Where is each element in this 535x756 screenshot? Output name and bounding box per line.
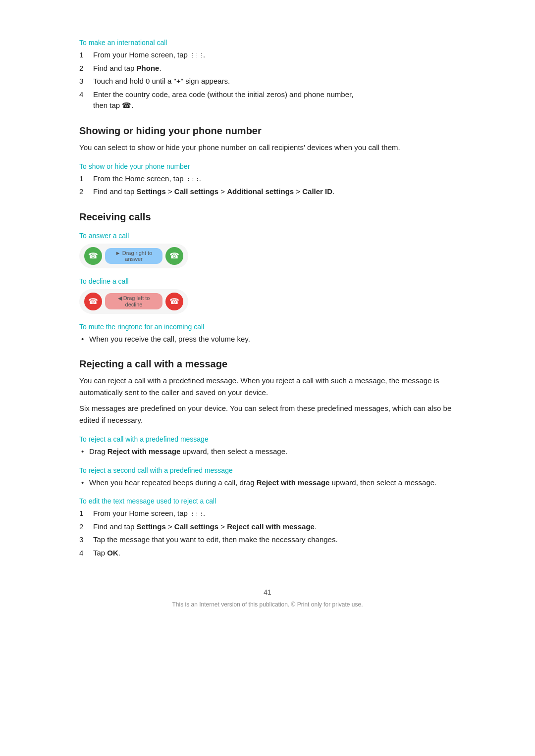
predefined-bullet-list: Drag Reject with message upward, then se… xyxy=(79,446,456,457)
international-call-steps: 1 From your Home screen, tap . 2 Find an… xyxy=(79,50,456,111)
phone-answer-icon: ☎ xyxy=(88,251,98,260)
edit-step-3: 3 Tap the message that you want to edit,… xyxy=(79,534,456,546)
second-reject-label: To reject a second call with a predefine… xyxy=(79,466,456,474)
decline-call-label: To decline a call xyxy=(79,277,456,285)
page-number: 41 xyxy=(79,588,456,596)
page-content: To make an international call 1 From you… xyxy=(0,0,535,756)
answer-btn: ☎ xyxy=(84,247,102,265)
show-hide-steps: 1 From the Home screen, tap . 2 Find and… xyxy=(79,173,456,198)
step-2: 2 Find and tap Phone. xyxy=(79,63,456,74)
show-hide-step-2: 2 Find and tap Settings > Call settings … xyxy=(79,186,456,198)
mute-bullet-item: When you receive the call, press the vol… xyxy=(79,334,456,345)
edit-message-label: To edit the text message used to reject … xyxy=(79,497,456,505)
phone-decline-icon: ☎ xyxy=(88,297,98,306)
drag-answer-label: ► Drag right to answer xyxy=(105,248,162,264)
rejecting-heading: Rejecting a call with a message xyxy=(79,358,456,370)
step-1: 1 From your Home screen, tap . xyxy=(79,50,456,61)
phone-answer-icon-2: ☎ xyxy=(169,251,179,260)
mute-bullet-list: When you receive the call, press the vol… xyxy=(79,334,456,345)
grid-icon xyxy=(190,50,203,59)
edit-message-steps: 1 From your Home screen, tap . 2 Find an… xyxy=(79,508,456,558)
decline-btn-right: ☎ xyxy=(165,293,183,310)
drag-decline-label: ◀ Drag left to decline xyxy=(105,293,162,309)
decline-call-illustration: ☎ ◀ Drag left to decline ☎ xyxy=(79,289,188,314)
predefined-bullet-item: Drag Reject with message upward, then se… xyxy=(79,446,456,457)
mute-ringtone-label: To mute the ringtone for an incoming cal… xyxy=(79,323,456,331)
footer-text: This is an Internet version of this publ… xyxy=(79,601,456,608)
showing-hiding-body: You can select to show or hide your phon… xyxy=(79,142,456,153)
show-hide-step-1: 1 From the Home screen, tap . xyxy=(79,173,456,185)
decline-btn-left: ☎ xyxy=(84,293,102,310)
answer-btn-right: ☎ xyxy=(165,247,183,265)
edit-step-2: 2 Find and tap Settings > Call settings … xyxy=(79,521,456,533)
predefined-label: To reject a call with a predefined messa… xyxy=(79,435,456,443)
answer-call-label: To answer a call xyxy=(79,232,456,240)
showing-hiding-heading: Showing or hiding your phone number xyxy=(79,125,456,137)
second-reject-bullet-item: When you hear repeated beeps during a ca… xyxy=(79,477,456,489)
step-4: 4 Enter the country code, area code (wit… xyxy=(79,89,456,111)
grid-icon-2 xyxy=(186,174,199,183)
phone-decline-icon-2: ☎ xyxy=(169,297,179,306)
answer-call-illustration: ☎ ► Drag right to answer ☎ xyxy=(79,244,188,268)
rejecting-body2: Six messages are predefined on your devi… xyxy=(79,403,456,426)
show-hide-label: To show or hide your phone number xyxy=(79,162,456,170)
receiving-calls-heading: Receiving calls xyxy=(79,211,456,223)
step-3: 3 Touch and hold 0 until a "+" sign appe… xyxy=(79,76,456,87)
grid-icon-3 xyxy=(190,509,203,517)
rejecting-body1: You can reject a call with a predefined … xyxy=(79,375,456,399)
international-call-label: To make an international call xyxy=(79,39,456,47)
second-reject-bullet-list: When you hear repeated beeps during a ca… xyxy=(79,477,456,489)
edit-step-4: 4 Tap OK. xyxy=(79,548,456,559)
edit-step-1: 1 From your Home screen, tap . xyxy=(79,508,456,519)
